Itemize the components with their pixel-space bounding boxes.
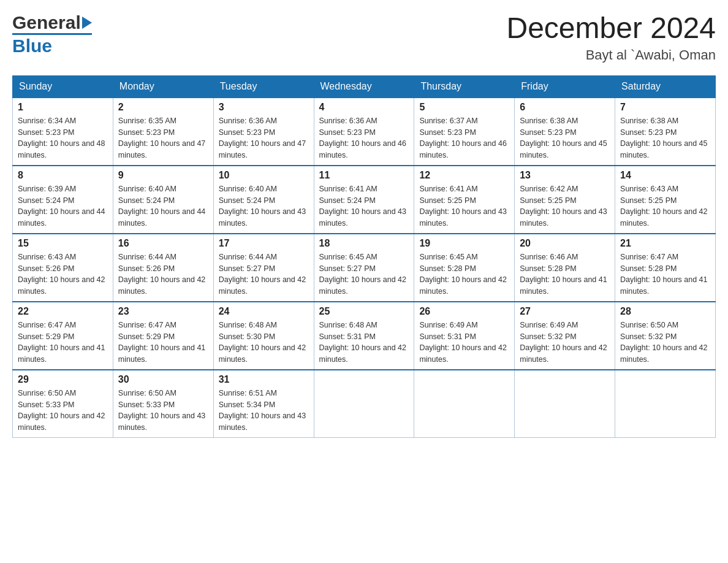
table-row: 2 Sunrise: 6:35 AMSunset: 5:23 PMDayligh…	[113, 98, 213, 166]
day-number: 22	[18, 306, 108, 317]
day-number: 17	[219, 238, 309, 249]
day-info: Sunrise: 6:48 AMSunset: 5:31 PMDaylight:…	[319, 320, 409, 366]
day-info: Sunrise: 6:50 AMSunset: 5:33 PMDaylight:…	[118, 388, 208, 434]
table-row: 22 Sunrise: 6:47 AMSunset: 5:29 PMDaylig…	[13, 302, 113, 370]
logo-general-text: General	[12, 12, 81, 33]
day-number: 3	[219, 102, 309, 113]
table-row: 26 Sunrise: 6:49 AMSunset: 5:31 PMDaylig…	[414, 302, 515, 370]
day-number: 7	[620, 102, 710, 113]
location-subtitle: Bayt al `Awabi, Oman	[506, 47, 716, 63]
day-number: 21	[620, 238, 710, 249]
day-info: Sunrise: 6:48 AMSunset: 5:30 PMDaylight:…	[219, 320, 309, 366]
table-row: 3 Sunrise: 6:36 AMSunset: 5:23 PMDayligh…	[213, 98, 314, 166]
calendar-week-row: 1 Sunrise: 6:34 AMSunset: 5:23 PMDayligh…	[13, 98, 716, 166]
logo: General Blue	[12, 12, 92, 56]
day-number: 1	[18, 102, 108, 113]
table-row: 23 Sunrise: 6:47 AMSunset: 5:29 PMDaylig…	[113, 302, 213, 370]
logo-triangle-icon	[82, 17, 92, 29]
day-number: 26	[419, 306, 509, 317]
table-row: 5 Sunrise: 6:37 AMSunset: 5:23 PMDayligh…	[414, 98, 515, 166]
day-info: Sunrise: 6:38 AMSunset: 5:23 PMDaylight:…	[620, 115, 710, 161]
day-number: 2	[118, 102, 208, 113]
table-row	[414, 370, 515, 438]
table-row: 28 Sunrise: 6:50 AMSunset: 5:32 PMDaylig…	[615, 302, 716, 370]
col-sunday: Sunday	[13, 75, 113, 98]
day-info: Sunrise: 6:39 AMSunset: 5:24 PMDaylight:…	[18, 183, 108, 229]
day-info: Sunrise: 6:47 AMSunset: 5:28 PMDaylight:…	[620, 251, 710, 297]
day-number: 30	[118, 374, 208, 385]
day-info: Sunrise: 6:37 AMSunset: 5:23 PMDaylight:…	[419, 115, 509, 161]
col-friday: Friday	[515, 75, 615, 98]
day-info: Sunrise: 6:47 AMSunset: 5:29 PMDaylight:…	[118, 320, 208, 366]
day-number: 8	[18, 170, 108, 181]
table-row: 13 Sunrise: 6:42 AMSunset: 5:25 PMDaylig…	[515, 166, 615, 234]
table-row	[515, 370, 615, 438]
day-info: Sunrise: 6:42 AMSunset: 5:25 PMDaylight:…	[520, 183, 610, 229]
day-number: 25	[319, 306, 409, 317]
day-info: Sunrise: 6:45 AMSunset: 5:28 PMDaylight:…	[419, 251, 509, 297]
table-row: 4 Sunrise: 6:36 AMSunset: 5:23 PMDayligh…	[314, 98, 414, 166]
calendar-week-row: 15 Sunrise: 6:43 AMSunset: 5:26 PMDaylig…	[13, 234, 716, 302]
day-info: Sunrise: 6:44 AMSunset: 5:27 PMDaylight:…	[219, 251, 309, 297]
day-info: Sunrise: 6:38 AMSunset: 5:23 PMDaylight:…	[520, 115, 610, 161]
table-row: 12 Sunrise: 6:41 AMSunset: 5:25 PMDaylig…	[414, 166, 515, 234]
col-wednesday: Wednesday	[314, 75, 414, 98]
calendar-week-row: 22 Sunrise: 6:47 AMSunset: 5:29 PMDaylig…	[13, 302, 716, 370]
day-number: 15	[18, 238, 108, 249]
day-number: 12	[419, 170, 509, 181]
col-thursday: Thursday	[414, 75, 515, 98]
day-number: 27	[520, 306, 610, 317]
day-number: 24	[219, 306, 309, 317]
day-info: Sunrise: 6:44 AMSunset: 5:26 PMDaylight:…	[118, 251, 208, 297]
day-number: 23	[118, 306, 208, 317]
day-info: Sunrise: 6:43 AMSunset: 5:26 PMDaylight:…	[18, 251, 108, 297]
day-info: Sunrise: 6:50 AMSunset: 5:32 PMDaylight:…	[620, 320, 710, 366]
table-row: 21 Sunrise: 6:47 AMSunset: 5:28 PMDaylig…	[615, 234, 716, 302]
table-row: 25 Sunrise: 6:48 AMSunset: 5:31 PMDaylig…	[314, 302, 414, 370]
calendar-week-row: 29 Sunrise: 6:50 AMSunset: 5:33 PMDaylig…	[13, 370, 716, 438]
day-info: Sunrise: 6:40 AMSunset: 5:24 PMDaylight:…	[219, 183, 309, 229]
table-row: 1 Sunrise: 6:34 AMSunset: 5:23 PMDayligh…	[13, 98, 113, 166]
day-info: Sunrise: 6:43 AMSunset: 5:25 PMDaylight:…	[620, 183, 710, 229]
calendar-week-row: 8 Sunrise: 6:39 AMSunset: 5:24 PMDayligh…	[13, 166, 716, 234]
day-info: Sunrise: 6:46 AMSunset: 5:28 PMDaylight:…	[520, 251, 610, 297]
logo-blue-text: Blue	[12, 33, 92, 56]
table-row: 9 Sunrise: 6:40 AMSunset: 5:24 PMDayligh…	[113, 166, 213, 234]
calendar-table: Sunday Monday Tuesday Wednesday Thursday…	[12, 75, 716, 438]
day-number: 4	[319, 102, 409, 113]
day-info: Sunrise: 6:41 AMSunset: 5:24 PMDaylight:…	[319, 183, 409, 229]
day-info: Sunrise: 6:45 AMSunset: 5:27 PMDaylight:…	[319, 251, 409, 297]
day-number: 10	[219, 170, 309, 181]
table-row: 11 Sunrise: 6:41 AMSunset: 5:24 PMDaylig…	[314, 166, 414, 234]
day-number: 16	[118, 238, 208, 249]
day-info: Sunrise: 6:35 AMSunset: 5:23 PMDaylight:…	[118, 115, 208, 161]
title-section: December 2024 Bayt al `Awabi, Oman	[506, 12, 716, 63]
col-saturday: Saturday	[615, 75, 716, 98]
day-info: Sunrise: 6:40 AMSunset: 5:24 PMDaylight:…	[118, 183, 208, 229]
table-row: 16 Sunrise: 6:44 AMSunset: 5:26 PMDaylig…	[113, 234, 213, 302]
day-number: 28	[620, 306, 710, 317]
day-number: 31	[219, 374, 309, 385]
table-row: 24 Sunrise: 6:48 AMSunset: 5:30 PMDaylig…	[213, 302, 314, 370]
day-info: Sunrise: 6:41 AMSunset: 5:25 PMDaylight:…	[419, 183, 509, 229]
day-number: 13	[520, 170, 610, 181]
day-number: 14	[620, 170, 710, 181]
day-number: 20	[520, 238, 610, 249]
table-row: 19 Sunrise: 6:45 AMSunset: 5:28 PMDaylig…	[414, 234, 515, 302]
day-number: 29	[18, 374, 108, 385]
table-row: 31 Sunrise: 6:51 AMSunset: 5:34 PMDaylig…	[213, 370, 314, 438]
day-number: 19	[419, 238, 509, 249]
day-number: 5	[419, 102, 509, 113]
table-row: 17 Sunrise: 6:44 AMSunset: 5:27 PMDaylig…	[213, 234, 314, 302]
day-info: Sunrise: 6:50 AMSunset: 5:33 PMDaylight:…	[18, 388, 108, 434]
calendar-header-row: Sunday Monday Tuesday Wednesday Thursday…	[13, 75, 716, 98]
col-monday: Monday	[113, 75, 213, 98]
day-info: Sunrise: 6:34 AMSunset: 5:23 PMDaylight:…	[18, 115, 108, 161]
table-row: 14 Sunrise: 6:43 AMSunset: 5:25 PMDaylig…	[615, 166, 716, 234]
table-row	[314, 370, 414, 438]
table-row: 18 Sunrise: 6:45 AMSunset: 5:27 PMDaylig…	[314, 234, 414, 302]
table-row: 6 Sunrise: 6:38 AMSunset: 5:23 PMDayligh…	[515, 98, 615, 166]
day-info: Sunrise: 6:47 AMSunset: 5:29 PMDaylight:…	[18, 320, 108, 366]
day-info: Sunrise: 6:51 AMSunset: 5:34 PMDaylight:…	[219, 388, 309, 434]
table-row: 20 Sunrise: 6:46 AMSunset: 5:28 PMDaylig…	[515, 234, 615, 302]
